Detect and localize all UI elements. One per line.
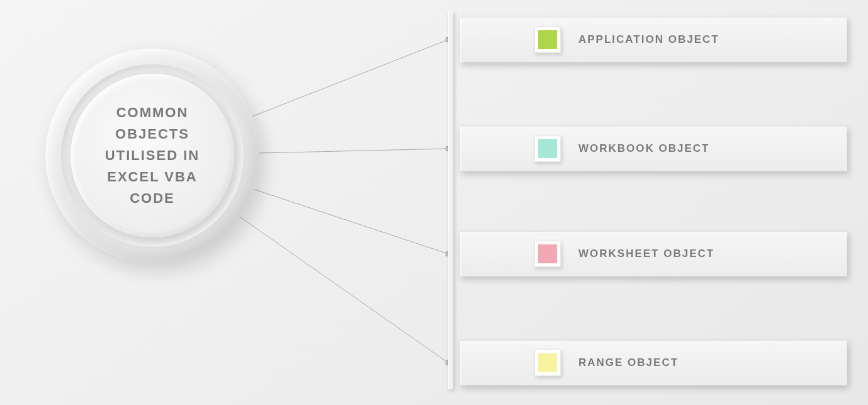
item-label: WORKBOOK OBJECT	[578, 142, 710, 155]
diagram-canvas: COMMON OBJECTS UTILISED IN EXCEL VBA COD…	[0, 0, 868, 405]
svg-line-0	[252, 40, 448, 117]
color-swatch-frame	[534, 241, 561, 267]
color-swatch	[538, 244, 557, 263]
svg-line-4	[254, 190, 448, 254]
svg-line-6	[240, 217, 448, 363]
center-circle: COMMON OBJECTS UTILISED IN EXCEL VBA COD…	[45, 48, 259, 263]
item-label: WORKSHEET OBJECT	[578, 248, 714, 260]
center-circle-ring: COMMON OBJECTS UTILISED IN EXCEL VBA COD…	[61, 64, 244, 247]
list-item: APPLICATION OBJECT	[459, 17, 847, 62]
item-label: RANGE OBJECT	[578, 357, 679, 369]
list-item: WORKBOOK OBJECT	[459, 126, 847, 171]
vertical-bar	[448, 11, 453, 389]
color-swatch-frame	[534, 26, 561, 53]
color-swatch-frame	[534, 350, 561, 376]
center-title: COMMON OBJECTS UTILISED IN EXCEL VBA COD…	[105, 102, 200, 209]
color-swatch	[538, 30, 557, 49]
center-circle-inner: COMMON OBJECTS UTILISED IN EXCEL VBA COD…	[70, 74, 234, 237]
color-swatch-frame	[534, 135, 561, 162]
list-item: RANGE OBJECT	[459, 340, 847, 385]
svg-line-2	[259, 149, 448, 153]
list-item: WORKSHEET OBJECT	[459, 231, 847, 277]
color-swatch	[538, 139, 557, 158]
item-label: APPLICATION OBJECT	[578, 33, 719, 46]
color-swatch	[538, 353, 557, 372]
